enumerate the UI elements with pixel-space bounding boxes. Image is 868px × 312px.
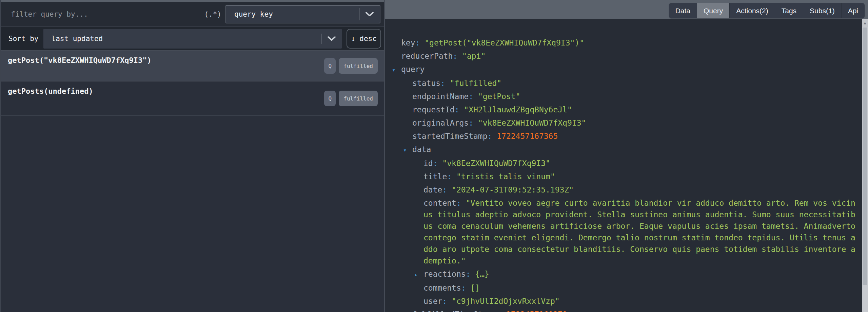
sort-field-select[interactable]: last updated [43,29,342,49]
tree-entry-user: user: "c9jhvUlI2dOjxvRxxlVzp" [401,295,859,307]
expand-arrow-down-icon[interactable]: ▾ [403,144,412,156]
tree-value: "c9jhvUlI2dOjxvRxxlVzp" [452,297,560,306]
sort-bar: Sort by last updated ↓ desc [1,26,384,50]
tree-key: content [423,199,456,207]
tree-colon: : [456,199,466,207]
row-badges: Qfulfilled [324,58,378,74]
tree-entry-reactions: ▸reactions: {…} [401,268,859,280]
tree-entry-content: content: "Ventito voveo aegre curto avar… [401,197,859,267]
detail-content: key: "getPost("vk8EeZXWHIQuWD7fXq9I3")"r… [385,19,862,312]
tree-node-label[interactable]: data [412,145,431,154]
filter-field-select[interactable]: query key [225,5,380,23]
tab-data[interactable]: Data [669,3,697,18]
tree-entry-startedtimestamp: startedTimeStamp: 1722457167365 [401,130,859,142]
tree-value: 1722457169379 [506,310,567,312]
query-row-getposts[interactable]: getPosts(undefined)Qfulfilled [1,81,384,116]
json-tree: key: "getPost("vk8EeZXWHIQuWD7fXq9I3")"r… [385,19,862,312]
tree-key: originalArgs [412,118,469,127]
scrollbar[interactable]: ▲ [862,19,868,312]
tree-entry-title: title: "tristis talis vinum" [401,171,859,182]
tree-value: "getPost" [478,92,520,101]
tree-key: date [423,185,442,194]
tree-colon: : [442,297,452,306]
query-list-panel: (.*) query key Sort by last updated ↓ de [0,0,384,312]
filter-query-input[interactable] [1,10,201,19]
row-badges: Qfulfilled [324,91,378,106]
scrollbar-thumb[interactable] [863,27,867,285]
tree-entry-data: ▾data [401,144,859,156]
tab-subs-1[interactable]: Subs(1) [803,3,841,18]
tree-key: user [423,297,442,306]
tree-entry-reducerpath: reducerPath: "api" [401,50,859,62]
tree-key: requestId [412,105,455,114]
expand-arrow-right-icon[interactable]: ▸ [414,269,423,280]
tree-value: "api" [462,52,486,60]
sort-field-value: last updated [43,35,321,43]
tree-value: "vk8EeZXWHIQuWD7fXq9I3" [478,118,586,127]
tree-colon: : [433,159,442,168]
rtk-query-devtools: (.*) query key Sort by last updated ↓ de [0,0,868,312]
tree-colon: : [466,270,475,278]
tree-key: reducerPath [401,52,453,60]
tree-key: key [401,38,415,47]
tree-value: "getPost("vk8EeZXWHIQuWD7fXq9I3")" [425,38,584,47]
expand-arrow-down-icon[interactable]: ▾ [392,64,401,76]
tree-entry-originalargs: originalArgs: "vk8EeZXWHIQuWD7fXq9I3" [401,117,859,129]
tree-value: "Ventito voveo aegre curto avaritia blan… [423,199,855,265]
regex-toggle[interactable]: (.*) [204,10,221,18]
tree-node-label[interactable]: query [401,65,425,74]
chevron-down-icon[interactable] [321,36,342,41]
tree-value: "fulfilled" [450,79,501,88]
tree-entry-endpointname: endpointName: "getPost" [401,91,859,102]
tree-key: endpointName [412,92,469,101]
tree-entry-query: ▾query [401,63,859,76]
tree-colon: : [442,185,452,194]
status-badge: fulfilled [339,58,378,74]
tree-entry-key: key: "getPost("vk8EeZXWHIQuWD7fXq9I3")" [401,37,859,49]
tree-colon: : [497,310,506,312]
tree-value: {…} [475,270,489,278]
filter-field-value: query key [226,10,359,18]
detail-header-bar: DataQueryActions(2)TagsSubs(1)Api [385,0,868,19]
tree-colon: : [461,283,471,292]
tree-colon: : [453,52,462,60]
tree-value: "tristis talis vinum" [456,172,555,181]
tree-entry-requestid: requestId: "XH2lJlauwdZBgqBNy6eJl" [401,104,859,115]
scroll-up-icon[interactable]: ▲ [862,19,868,27]
tab-query[interactable]: Query [697,3,729,18]
sort-direction-label: desc [359,35,377,43]
tree-key: id [423,159,433,168]
query-type-badge: Q [324,91,336,106]
tab-tags[interactable]: Tags [775,3,803,18]
sort-direction-button[interactable]: ↓ desc [347,29,381,49]
tree-colon: : [469,118,478,127]
tree-value: "vk8EeZXWHIQuWD7fXq9I3" [442,159,550,168]
query-detail-panel: DataQueryActions(2)TagsSubs(1)Api key: "… [385,0,868,312]
arrow-down-icon: ↓ [351,34,355,43]
query-type-badge: Q [324,58,336,74]
tree-entry-status: status: "fulfilled" [401,77,859,89]
tree-value: [] [470,283,480,292]
tree-value: "2024-07-31T09:52:35.193Z" [452,185,574,194]
query-row-title: getPost("vk8EeZXWHIQuWD7fXq9I3") [8,56,152,65]
tree-key: comments [423,283,461,292]
sort-by-label: Sort by [8,35,39,43]
tree-key: fulfilledTimeStamp [412,310,497,312]
tree-key: reactions [423,270,466,278]
tree-entry-id: id: "vk8EeZXWHIQuWD7fXq9I3" [401,158,859,169]
tree-colon: : [469,92,478,101]
tree-colon: : [455,105,464,114]
tree-entry-fulfilledtimestamp: fulfilledTimeStamp: 1722457169379 [401,309,859,312]
tab-actions-2[interactable]: Actions(2) [729,3,775,18]
tree-colon: : [447,172,456,181]
chevron-down-icon[interactable] [359,11,380,17]
tab-api[interactable]: Api [841,3,865,18]
query-row-getpost[interactable]: getPost("vk8EeZXWHIQuWD7fXq9I3")Qfulfill… [1,50,384,81]
tree-key: startedTimeStamp [412,132,488,141]
tree-value: "XH2lJlauwdZBgqBNy6eJl" [464,105,572,114]
filter-bar: (.*) query key [1,2,384,26]
tree-entry-date: date: "2024-07-31T09:52:35.193Z" [401,184,859,196]
query-list: getPost("vk8EeZXWHIQuWD7fXq9I3")Qfulfill… [1,50,384,116]
tree-key: status [412,79,440,88]
status-badge: fulfilled [339,91,378,106]
